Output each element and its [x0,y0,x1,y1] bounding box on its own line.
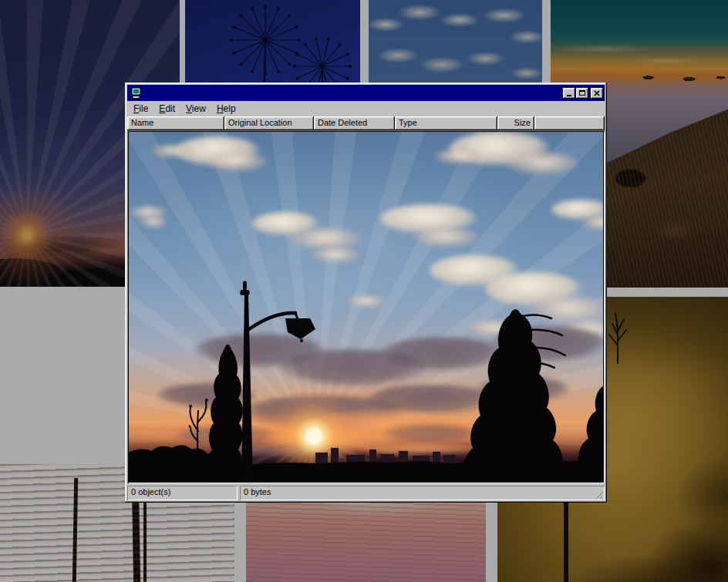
list-column-headers: Name Original Location Date Deleted Type… [127,116,605,130]
minimize-icon [567,95,571,96]
menu-bar: File Edit View Help [127,101,605,116]
computer-icon[interactable] [130,87,143,99]
minimize-button[interactable] [563,88,575,99]
status-object-count: 0 object(s) [127,486,238,500]
window-titlebar[interactable] [127,85,605,101]
menu-view[interactable]: View [180,102,211,116]
silhouette-foreground [129,132,603,482]
streetlamp-sunset-photo [129,132,603,482]
menu-file[interactable]: File [128,102,153,116]
menu-help[interactable]: Help [211,102,241,116]
status-bar: 0 object(s) 0 bytes [127,486,605,500]
column-header-size[interactable]: Size [497,116,534,130]
cypress-silhouette [209,345,243,482]
close-button[interactable] [591,88,603,99]
right-trees-silhouette [462,309,603,482]
maximize-button[interactable] [576,88,588,99]
column-header-date-deleted[interactable]: Date Deleted [314,116,395,130]
column-header-name[interactable]: Name [127,116,224,130]
maximize-icon [579,90,585,96]
menu-edit[interactable]: Edit [153,102,180,116]
column-header-original-location[interactable]: Original Location [224,116,314,130]
status-size-text: 0 bytes [244,487,271,496]
screen: File Edit View Help Name Original Locati… [0,0,728,582]
column-header-type[interactable]: Type [395,116,497,130]
list-view-area[interactable] [127,130,605,483]
streetlamp-silhouette [241,281,316,483]
column-header-filler [534,116,605,130]
status-size: 0 bytes [240,486,605,500]
explorer-window: File Edit View Help Name Original Locati… [125,82,607,503]
close-icon [594,90,600,96]
resize-grip[interactable] [595,490,604,500]
